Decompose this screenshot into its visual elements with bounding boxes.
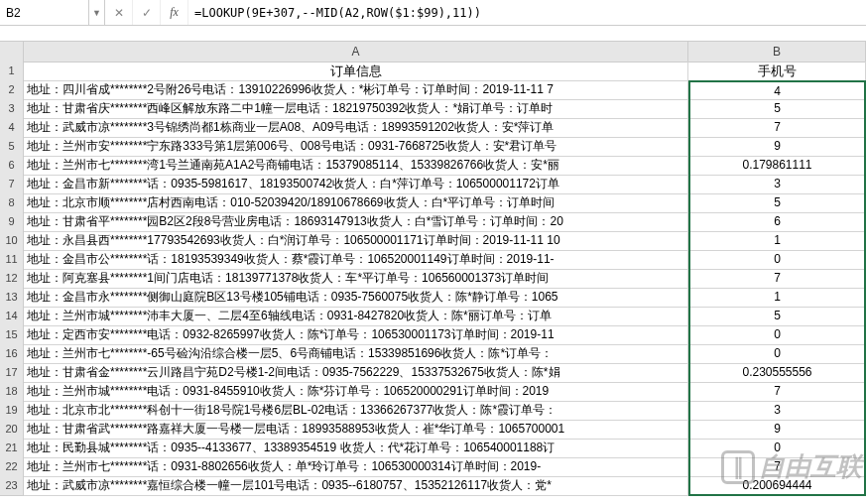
cell-A[interactable]: 地址：兰州市城********沛丰大厦一、二层4至6轴线电话：0931-8427… xyxy=(24,307,688,326)
cell-B[interactable]: 4 xyxy=(688,80,866,100)
table-row: 2地址：四川省成********2号附26号电话：13910226996收货人：… xyxy=(0,80,866,99)
table-row: 23地址：武威市凉********嘉恒综合楼一幢一层101号电话：0935--6… xyxy=(0,476,866,495)
row-header[interactable]: 23 xyxy=(0,476,24,496)
cell-A[interactable]: 地址：北京市顺********店村西南电话：010-52039420/18910… xyxy=(24,193,688,213)
cell-A[interactable]: 地址：兰州市城********电话：0931-8455910收货人：陈*芬订单号… xyxy=(24,382,688,402)
table-row: 16地址：兰州市七********-65号硷沟沿综合楼一层5、6号商铺电话：15… xyxy=(0,344,866,363)
name-box[interactable]: B2 xyxy=(0,0,89,25)
cell-B[interactable]: 7 xyxy=(688,269,866,289)
cell-A[interactable]: 地址：金昌市永********侧御山庭院B区13号楼105铺电话：0935-75… xyxy=(24,288,688,308)
cell-A[interactable]: 地址：定西市安********电话：0932-8265997收货人：陈*订单号：… xyxy=(24,325,688,345)
row-header[interactable]: 18 xyxy=(0,382,24,402)
cancel-icon[interactable]: ✕ xyxy=(105,0,133,25)
cell-A[interactable]: 地址：金昌市新********话：0935-5981617、1819350074… xyxy=(24,175,688,194)
cell-A[interactable]: 地址：甘肃省平********园B2区2段8号营业房电话：18693147913… xyxy=(24,212,688,232)
cell-B[interactable]: 9 xyxy=(688,137,866,157)
cell-A[interactable]: 地址：兰州市安********宁东路333号第1层第006号、008号电话：09… xyxy=(24,137,688,157)
row-header[interactable]: 14 xyxy=(0,307,24,326)
row-header[interactable]: 22 xyxy=(0,457,24,477)
row-header[interactable]: 7 xyxy=(0,175,24,194)
name-box-dropdown-icon[interactable]: ▼ xyxy=(89,0,105,25)
cell-B[interactable]: 7 xyxy=(688,457,866,477)
formula-input[interactable]: =LOOKUP(9E+307,--MID(A2,ROW($1:$99),11)) xyxy=(188,0,866,25)
row-header[interactable]: 20 xyxy=(0,420,24,440)
table-row: 4地址：武威市凉********3号锦绣尚都1栋商业一层A08、A09号电话：1… xyxy=(0,118,866,137)
column-headers: A B xyxy=(0,42,866,62)
cell-B[interactable]: 5 xyxy=(688,193,866,213)
row-header[interactable]: 4 xyxy=(0,118,24,138)
cell-B[interactable]: 0.230555556 xyxy=(688,363,866,383)
cell-B[interactable]: 7 xyxy=(688,382,866,402)
formula-bar: B2 ▼ ✕ ✓ fx =LOOKUP(9E+307,--MID(A2,ROW(… xyxy=(0,0,866,26)
table-row: 22地址：兰州市七********话：0931-8802656收货人：单*玲订单… xyxy=(0,457,866,476)
table-row: 14地址：兰州市城********沛丰大厦一、二层4至6轴线电话：0931-84… xyxy=(0,307,866,325)
row-header[interactable]: 19 xyxy=(0,401,24,421)
table-row: 18地址：兰州市城********电话：0931-8455910收货人：陈*芬订… xyxy=(0,382,866,401)
cell-A[interactable]: 地址：武威市凉********3号锦绣尚都1栋商业一层A08、A09号电话：18… xyxy=(24,118,688,138)
table-row: 12地址：阿克塞县********1间门店电话：18139771378收货人：车… xyxy=(0,269,866,288)
table-row: 10地址：永昌县西********17793542693收货人：白*润订单号：1… xyxy=(0,231,866,250)
row-header[interactable]: 2 xyxy=(0,80,24,100)
row-header[interactable]: 5 xyxy=(0,137,24,157)
column-header-B[interactable]: B xyxy=(688,42,866,63)
cell-A[interactable]: 地址：民勤县城********话：0935--4133677、133893545… xyxy=(24,439,688,458)
cell-A[interactable]: 地址：四川省成********2号附26号电话：13910226996收货人：*… xyxy=(24,80,688,100)
cell-B[interactable]: 7 xyxy=(688,118,866,138)
cell-A[interactable]: 地址：兰州市七********湾1号兰通南苑A1A2号商铺电话：15379085… xyxy=(24,156,688,176)
column-header-A[interactable]: A xyxy=(24,42,688,63)
table-row: 21地址：民勤县城********话：0935--4133677、1338935… xyxy=(0,439,866,457)
row-header[interactable]: 13 xyxy=(0,288,24,308)
table-row: 6地址：兰州市七********湾1号兰通南苑A1A2号商铺电话：1537908… xyxy=(0,156,866,175)
table-row: 9地址：甘肃省平********园B2区2段8号营业房电话：1869314791… xyxy=(0,212,866,231)
cell-B[interactable]: 3 xyxy=(688,401,866,421)
row-header[interactable]: 8 xyxy=(0,193,24,213)
cell-B[interactable]: 3 xyxy=(688,175,866,194)
cell-B[interactable]: 0 xyxy=(688,439,866,458)
row-header[interactable]: 10 xyxy=(0,231,24,251)
cell-A[interactable]: 地址：金昌市公********话：18193539349收货人：蔡*霞订单号：1… xyxy=(24,250,688,270)
table-row: 15地址：定西市安********电话：0932-8265997收货人：陈*订单… xyxy=(0,325,866,344)
table-row: 11地址：金昌市公********话：18193539349收货人：蔡*霞订单号… xyxy=(0,250,866,269)
row-header[interactable]: 12 xyxy=(0,269,24,289)
cell-A[interactable]: 地址：永昌县西********17793542693收货人：白*润订单号：106… xyxy=(24,231,688,251)
row-header[interactable]: 15 xyxy=(0,325,24,345)
cell-B[interactable]: 0 xyxy=(688,344,866,364)
cell-A[interactable]: 地址：兰州市七********-65号硷沟沿综合楼一层5、6号商铺电话：1533… xyxy=(24,344,688,364)
insert-function-icon[interactable]: fx xyxy=(161,0,188,25)
cell-A[interactable]: 地址：北京市北********科创十一街18号院1号楼6层BL-02电话：133… xyxy=(24,401,688,421)
confirm-icon[interactable]: ✓ xyxy=(133,0,161,25)
cell-B[interactable]: 1 xyxy=(688,288,866,308)
table-row: 8地址：北京市顺********店村西南电话：010-52039420/1891… xyxy=(0,193,866,212)
row-header[interactable]: 16 xyxy=(0,344,24,364)
cell-B[interactable]: 5 xyxy=(688,307,866,326)
table-row: 19地址：北京市北********科创十一街18号院1号楼6层BL-02电话：1… xyxy=(0,401,866,420)
row-header[interactable]: 11 xyxy=(0,250,24,270)
cell-A[interactable]: 地址：阿克塞县********1间门店电话：18139771378收货人：车*平… xyxy=(24,269,688,289)
grid-rows: 1 订单信息 手机号 2地址：四川省成********2号附26号电话：1391… xyxy=(0,62,866,495)
cell-B[interactable]: 0.200694444 xyxy=(688,476,866,496)
row-header[interactable]: 6 xyxy=(0,156,24,176)
cell-B[interactable]: 6 xyxy=(688,212,866,232)
row-header[interactable]: 3 xyxy=(0,99,24,119)
table-row: 17地址：甘肃省金********云川路昌宁苑D2号楼1-2间电话：0935-7… xyxy=(0,363,866,382)
row-header[interactable]: 9 xyxy=(0,212,24,232)
cell-B[interactable]: 1 xyxy=(688,231,866,251)
cell-B[interactable]: 0 xyxy=(688,325,866,345)
select-all-corner[interactable] xyxy=(0,42,24,63)
cell-B[interactable]: 0.179861111 xyxy=(688,156,866,176)
cell-A[interactable]: 地址：武威市凉********嘉恒综合楼一幢一层101号电话：0935--618… xyxy=(24,476,688,496)
row-header[interactable]: 21 xyxy=(0,439,24,458)
row-header[interactable]: 1 xyxy=(0,62,24,81)
cell-B[interactable]: 0 xyxy=(688,250,866,270)
cell-A[interactable]: 地址：甘肃省金********云川路昌宁苑D2号楼1-2间电话：0935-756… xyxy=(24,363,688,383)
cell-A[interactable]: 地址：甘肃省武********路嘉祥大厦一号楼一层电话：18993588953收… xyxy=(24,420,688,440)
cell-B[interactable]: 5 xyxy=(688,99,866,119)
cell-B[interactable]: 9 xyxy=(688,420,866,440)
cell-B1[interactable]: 手机号 xyxy=(688,62,866,81)
header-row: 1 订单信息 手机号 xyxy=(0,62,866,80)
cell-A1[interactable]: 订单信息 xyxy=(24,62,688,81)
table-row: 3地址：甘肃省庆********西峰区解放东路二中1幢一层电话：18219750… xyxy=(0,99,866,118)
cell-A[interactable]: 地址：兰州市七********话：0931-8802656收货人：单*玲订单号：… xyxy=(24,457,688,477)
cell-A[interactable]: 地址：甘肃省庆********西峰区解放东路二中1幢一层电话：182197503… xyxy=(24,99,688,119)
row-header[interactable]: 17 xyxy=(0,363,24,383)
